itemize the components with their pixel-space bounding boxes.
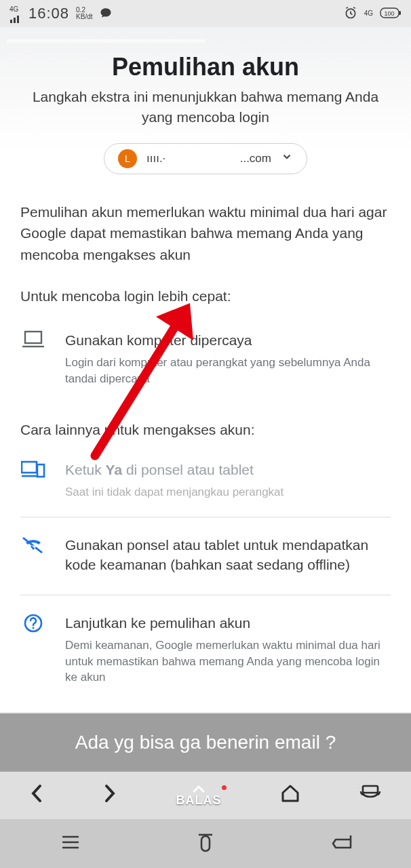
system-nav-bar: [0, 819, 411, 868]
clock: 16:08: [28, 5, 69, 22]
home-pill-icon[interactable]: [195, 831, 216, 856]
option-tap-yes: Ketuk Ya di ponsel atau tablet Saat ini …: [20, 453, 391, 516]
option-title: Gunakan komputer dipercaya: [65, 330, 391, 350]
option-continue-recovery[interactable]: Lanjutkan ke pemulihan akun Demi keamana…: [20, 595, 391, 702]
option-title: Ketuk Ya di ponsel atau tablet: [65, 460, 391, 479]
reply-dot-indicator: [222, 785, 227, 790]
account-email-end: ...com: [240, 152, 271, 165]
phone-status-bar: 4G 16:08 0.2KB/dt 4G 100: [0, 0, 411, 27]
signal-icon: 4G: [9, 2, 22, 25]
svg-rect-15: [363, 786, 378, 793]
page-subtitle: Langkah ekstra ini menunjukkan bahwa mem…: [22, 87, 389, 128]
story-nav-bar: BALAS: [0, 772, 411, 819]
svg-rect-11: [22, 462, 37, 473]
svg-rect-12: [37, 465, 44, 477]
svg-rect-2: [399, 11, 401, 15]
alarm-icon: [344, 6, 357, 22]
prev-story-icon[interactable]: [29, 783, 44, 808]
home-icon[interactable]: [280, 784, 300, 808]
svg-point-14: [33, 627, 35, 629]
battery-icon: 100: [380, 7, 402, 20]
option-trusted-computer[interactable]: Gunakan komputer dipercaya Login dari ko…: [20, 323, 391, 403]
svg-rect-16: [201, 836, 210, 851]
back-nav-icon[interactable]: [330, 833, 353, 854]
account-recovery-screen: Pemulihan akun Langkah ekstra ini menunj…: [0, 27, 411, 712]
page-title: Pemulihan akun: [20, 53, 391, 81]
option-title: Lanjutkan ke pemulihan akun: [65, 613, 391, 633]
option-title: Gunakan ponsel atau tablet untuk mendapa…: [65, 535, 391, 575]
option-desc: Login dari komputer atau perangkat yang …: [65, 355, 391, 387]
account-avatar-initial: L: [118, 149, 137, 168]
option-desc: Demi keamanan, Google memerlukan waktu m…: [65, 637, 391, 686]
option-desc: Saat ini tidak dapat menjangkau perangka…: [65, 484, 391, 500]
next-story-icon[interactable]: [102, 783, 117, 808]
laptop-icon: [20, 330, 46, 351]
recovery-info-text: Pemulihan akun memerlukan waktu minimal …: [20, 201, 391, 266]
mask-icon[interactable]: [359, 785, 382, 807]
chevron-down-icon: [281, 151, 293, 166]
recent-apps-icon[interactable]: [58, 833, 81, 854]
wifi-off-icon: [20, 535, 46, 555]
account-email-start: ıııı.·: [146, 152, 165, 165]
net-speed: 0.2KB/dt: [76, 7, 92, 20]
reply-button[interactable]: BALAS: [176, 784, 221, 808]
chat-icon: [100, 7, 112, 21]
option-security-code[interactable]: Gunakan ponsel atau tablet untuk mendapa…: [20, 517, 391, 595]
story-caption: Ada yg bisa ga benerin email ?: [0, 713, 411, 772]
svg-text:100: 100: [384, 10, 394, 17]
data-icon: 4G: [364, 10, 373, 17]
faster-login-heading: Untuk mencoba login lebih cepat:: [20, 288, 391, 304]
svg-rect-10: [25, 332, 41, 343]
account-chip[interactable]: L ıııı.· ...com: [104, 143, 307, 174]
other-ways-heading: Cara lainnya untuk mengakses akun:: [20, 422, 391, 438]
help-icon: [20, 613, 46, 633]
devices-icon: [20, 460, 46, 480]
